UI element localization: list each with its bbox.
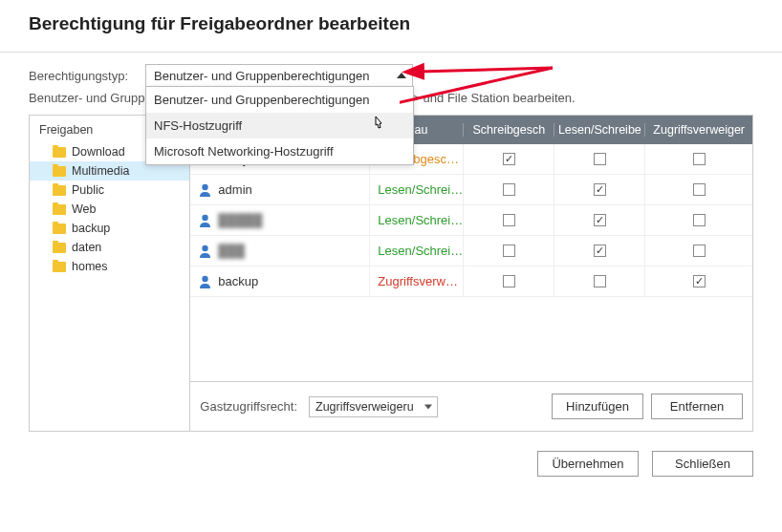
folder-item[interactable]: daten <box>30 238 189 257</box>
folder-label: backup <box>72 222 110 235</box>
svg-point-6 <box>203 245 208 251</box>
triangle-down-icon <box>424 404 432 409</box>
svg-point-4 <box>203 184 208 190</box>
user-icon <box>198 213 212 227</box>
guest-access-label: Gastzugriffsrecht: <box>200 399 297 414</box>
col-deny[interactable]: Zugriffsverweiger <box>645 123 752 137</box>
row-preview: Lesen/Schrei… <box>370 205 464 235</box>
dropdown-option[interactable]: NFS-Hostzugriff <box>146 113 413 138</box>
apply-button[interactable]: Übernehmen <box>537 451 639 477</box>
folder-item[interactable]: Web <box>30 200 189 219</box>
folder-label: daten <box>72 241 101 254</box>
checkbox-readonly[interactable] <box>503 214 515 226</box>
row-name: admin <box>218 182 251 197</box>
svg-point-5 <box>203 215 208 221</box>
row-preview: Lesen/Schrei… <box>370 236 464 266</box>
user-icon <box>198 182 212 197</box>
add-button[interactable]: Hinzufügen <box>552 394 643 419</box>
folder-item[interactable]: backup <box>30 219 189 238</box>
folder-label: Multimedia <box>72 164 129 178</box>
user-icon <box>198 244 212 258</box>
folder-item[interactable]: homes <box>30 257 189 276</box>
checkbox-readwrite[interactable] <box>594 245 606 257</box>
checkbox-deny[interactable] <box>693 275 706 287</box>
row-name: backup <box>218 274 258 288</box>
checkbox-readwrite[interactable] <box>594 275 606 287</box>
folder-icon <box>53 262 66 272</box>
table-row[interactable]: ███Lesen/Schrei… <box>190 236 752 266</box>
checkbox-deny[interactable] <box>693 153 706 165</box>
remove-button[interactable]: Entfernen <box>651 394 743 419</box>
perm-type-value: Benutzer- und Gruppenberechtigungen <box>154 69 370 83</box>
folder-label: homes <box>72 260 108 273</box>
checkbox-readwrite[interactable] <box>594 214 606 226</box>
dropdown-option-label: NFS-Hostzugriff <box>154 118 242 133</box>
row-preview: Lesen/Schrei… <box>370 175 464 204</box>
dropdown-option[interactable]: Microsoft Networking-Hostzugriff <box>146 138 413 164</box>
triangle-up-icon <box>397 73 406 78</box>
table-row[interactable]: █████Lesen/Schrei… <box>190 205 752 236</box>
perm-type-label: Berechtigungstyp: <box>29 69 145 83</box>
checkbox-readwrite[interactable] <box>594 183 606 196</box>
svg-point-7 <box>203 276 208 282</box>
checkbox-deny[interactable] <box>693 214 706 226</box>
dialog-title: Berechtigung für Freigabeordner bearbeit… <box>0 0 782 53</box>
checkbox-readonly[interactable] <box>503 275 515 287</box>
row-name: █████ <box>218 213 262 227</box>
folder-label: Public <box>72 183 104 197</box>
dropdown-option[interactable]: Benutzer- und Gruppenberechtigungen <box>146 87 413 113</box>
guest-access-select[interactable]: Zugriffsverweigeru <box>309 396 438 417</box>
perm-type-select[interactable]: Benutzer- und Gruppenberechtigungen <box>145 64 413 87</box>
col-readonly[interactable]: Schreibgesch <box>464 123 554 137</box>
row-name: ███ <box>218 244 245 258</box>
row-preview: Zugriffsverw… <box>370 266 464 296</box>
perm-type-dropdown[interactable]: Benutzer- und Gruppenberechtigungen NFS-… <box>145 86 414 165</box>
col-readwrite[interactable]: Lesen/Schreibe <box>554 123 645 137</box>
checkbox-readwrite[interactable] <box>594 153 606 165</box>
user-icon <box>198 274 212 288</box>
checkbox-readonly[interactable] <box>503 153 515 165</box>
folder-icon <box>53 223 66 234</box>
folder-icon <box>53 147 66 158</box>
desc-suffix: > und File Station bearbeiten. <box>412 91 575 105</box>
checkbox-readonly[interactable] <box>503 245 515 257</box>
folder-icon <box>53 243 66 253</box>
folder-label: Web <box>72 202 96 216</box>
folder-icon <box>53 185 66 196</box>
desc-prefix: Benutzer- und Grupp <box>29 91 144 105</box>
cursor-pointer-icon <box>371 116 386 136</box>
folder-label: Download <box>72 145 125 159</box>
folder-icon <box>53 204 66 215</box>
folder-icon <box>53 166 66 177</box>
checkbox-readonly[interactable] <box>503 183 515 196</box>
checkbox-deny[interactable] <box>693 183 706 196</box>
close-button[interactable]: Schließen <box>652 451 753 477</box>
table-row[interactable]: backupZugriffsverw… <box>190 266 752 297</box>
checkbox-deny[interactable] <box>693 245 706 257</box>
table-row[interactable]: adminLesen/Schrei… <box>190 175 752 205</box>
folder-item[interactable]: Public <box>30 181 189 200</box>
guest-access-value: Zugriffsverweigeru <box>315 400 414 414</box>
